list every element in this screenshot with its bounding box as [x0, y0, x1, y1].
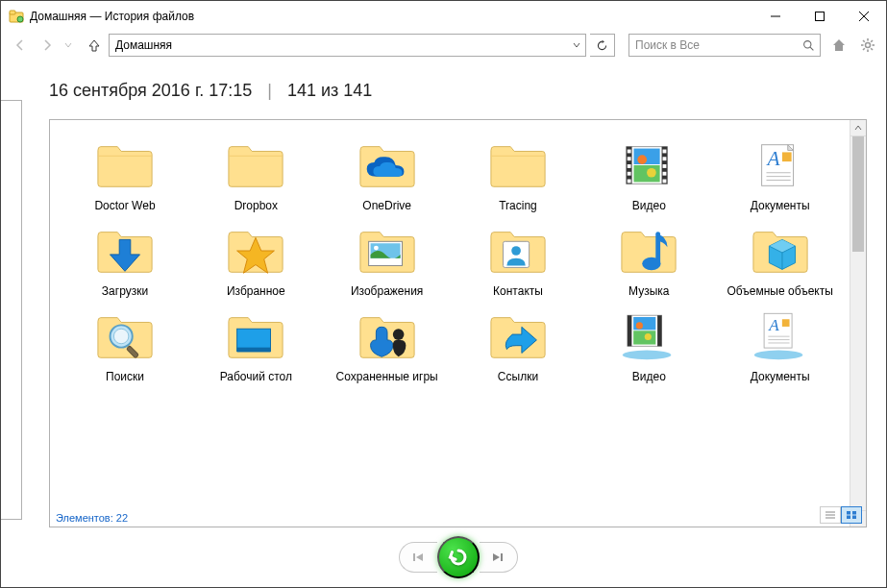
svg-rect-26: [663, 150, 667, 154]
links-icon: [480, 305, 556, 368]
folder-item[interactable]: Загрузки: [63, 219, 186, 299]
folder-item[interactable]: Tracing: [456, 134, 579, 213]
plain-icon: [480, 134, 556, 197]
scroll-thumb[interactable]: [852, 136, 864, 252]
svg-rect-76: [501, 553, 503, 561]
plain-icon: [86, 134, 163, 197]
maximize-button[interactable]: [798, 1, 842, 31]
minimize-button[interactable]: [753, 1, 798, 31]
svg-rect-64: [782, 319, 790, 327]
svg-rect-37: [782, 152, 792, 161]
previous-version-button[interactable]: [399, 542, 437, 573]
folder-item[interactable]: Сохраненные игры: [326, 305, 449, 384]
svg-line-15: [871, 48, 873, 50]
address-dropdown-icon[interactable]: [568, 35, 585, 56]
documents-icon: A: [742, 134, 819, 197]
title-bar: Домашняя — История файлов: [1, 1, 886, 31]
svg-rect-21: [628, 150, 631, 154]
snapshot-date: 16 сентября 2016 г. 17:15: [49, 81, 252, 101]
window-title: Домашняя — История файлов: [30, 10, 194, 23]
folder-label: Tracing: [499, 199, 537, 213]
svg-rect-56: [657, 315, 661, 346]
desktop-icon: [217, 305, 294, 368]
folder-item[interactable]: Dropbox: [194, 134, 317, 213]
folder-label: Контакты: [493, 284, 543, 299]
svg-rect-24: [628, 172, 631, 176]
refresh-button[interactable]: [590, 34, 615, 57]
svg-point-7: [803, 40, 810, 47]
folder-label: OneDrive: [362, 199, 411, 213]
app-icon: [9, 9, 24, 24]
address-input[interactable]: [110, 35, 568, 56]
toolbar: [1, 31, 886, 61]
svg-rect-31: [634, 149, 660, 164]
scroll-up-icon[interactable]: [850, 120, 866, 136]
folder-item[interactable]: Поиски: [63, 305, 186, 384]
folder-item[interactable]: Видео: [587, 305, 710, 384]
folder-item[interactable]: Контакты: [456, 219, 579, 299]
svg-point-9: [866, 43, 871, 48]
search-icon[interactable]: [797, 35, 820, 56]
folder-item[interactable]: Видео: [587, 134, 710, 213]
folder-label: Документы: [751, 199, 810, 213]
svg-rect-22: [628, 157, 631, 160]
home-icon[interactable]: [828, 35, 850, 56]
folder-label: Документы: [751, 370, 810, 384]
folder-item[interactable]: Изображения: [326, 219, 449, 299]
folder-label: Dropbox: [234, 199, 278, 213]
onedrive-icon: [349, 134, 426, 197]
svg-rect-59: [633, 331, 655, 344]
recent-dropdown-icon[interactable]: [62, 34, 74, 57]
folder-item[interactable]: Doctor Web: [63, 134, 186, 213]
svg-rect-55: [628, 315, 631, 346]
file-grid: Doctor WebDropboxOneDriveTracingВидеоAДо…: [63, 134, 846, 384]
folder-item[interactable]: AДокументы: [719, 134, 842, 213]
restore-button[interactable]: [437, 536, 480, 578]
back-button[interactable]: [9, 34, 32, 57]
folder-label: Музыка: [628, 284, 669, 299]
svg-rect-25: [628, 180, 631, 184]
folder-item[interactable]: OneDrive: [326, 134, 449, 213]
svg-point-34: [647, 168, 656, 178]
view-icons-button[interactable]: [841, 506, 862, 524]
next-version-button[interactable]: [480, 542, 518, 573]
window: Домашняя — История файлов 16 сен: [0, 0, 887, 588]
prev-version-sliver[interactable]: [1, 100, 22, 520]
forward-button[interactable]: [36, 34, 59, 57]
folder-label: Ссылки: [498, 370, 538, 384]
folder-label: Объемные объекты: [727, 284, 832, 299]
svg-rect-23: [628, 164, 631, 168]
folder-label: Изображения: [351, 284, 423, 299]
folder-label: Сохраненные игры: [336, 370, 438, 384]
svg-point-58: [636, 322, 643, 329]
address-bar[interactable]: [109, 34, 586, 57]
svg-point-48: [113, 329, 129, 344]
favorites-icon: [217, 219, 294, 282]
scrollbar[interactable]: [850, 120, 866, 527]
view-details-button[interactable]: [820, 506, 841, 524]
folder-item[interactable]: Рабочий стол: [194, 305, 317, 384]
svg-line-16: [863, 48, 865, 50]
svg-rect-28: [663, 164, 667, 168]
svg-point-61: [754, 351, 802, 360]
folder-item[interactable]: Музыка: [587, 219, 710, 299]
folder-label: Видео: [632, 370, 666, 384]
folder-item[interactable]: Избранное: [194, 219, 317, 299]
folder-item[interactable]: Ссылки: [456, 305, 579, 384]
search-box[interactable]: [628, 34, 821, 57]
snapshot-header: 16 сентября 2016 г. 17:15 | 141 из 141: [49, 61, 867, 119]
objects3d-icon: [742, 219, 819, 282]
pictures-icon: [349, 219, 426, 282]
svg-rect-4: [816, 12, 825, 20]
close-button[interactable]: [842, 1, 886, 31]
svg-rect-30: [663, 180, 667, 184]
folder-item[interactable]: AДокументы: [719, 305, 842, 384]
svg-text:A: A: [765, 147, 780, 170]
history-controls: [49, 527, 867, 587]
searches-icon: [86, 305, 163, 368]
folder-item[interactable]: Объемные объекты: [719, 219, 842, 299]
svg-rect-51: [237, 348, 271, 353]
search-input[interactable]: [629, 38, 797, 52]
up-button[interactable]: [84, 35, 105, 56]
gear-icon[interactable]: [857, 35, 878, 56]
